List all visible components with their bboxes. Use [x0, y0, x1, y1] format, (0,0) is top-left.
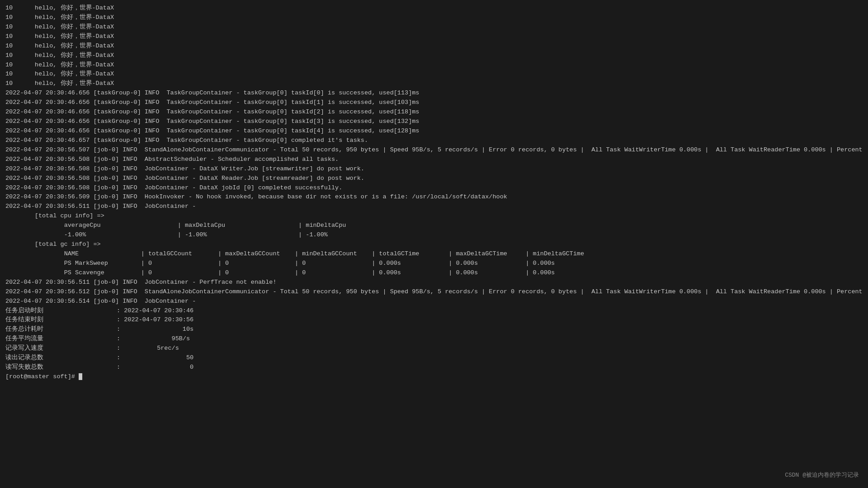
terminal-line: [root@master soft]# — [5, 372, 863, 382]
terminal-line: 2022-04-07 20:30:46.656 [taskGroup-0] IN… — [5, 98, 863, 108]
terminal-cursor — [79, 373, 82, 380]
terminal-line: 10 hello, 你好，世界-DataX — [5, 32, 863, 42]
terminal-line: 2022-04-07 20:30:56.507 [job-0] INFO Sta… — [5, 145, 863, 155]
terminal-line: averageCpu | maxDeltaCpu | minDeltaCpu — [5, 221, 863, 230]
terminal-line: 10 hello, 你好，世界-DataX — [5, 61, 863, 70]
terminal-line: 记录写入速度 : 5rec/s — [5, 344, 863, 353]
terminal-line: 任务启动时刻 : 2022-04-07 20:30:46 — [5, 306, 863, 316]
terminal-line: 读出记录总数 : 50 — [5, 353, 863, 363]
terminal-line: 10 hello, 你好，世界-DataX — [5, 51, 863, 61]
terminal-line: 2022-04-07 20:30:46.656 [taskGroup-0] IN… — [5, 117, 863, 127]
watermark: CSDN @被迫内卷的学习记录 — [785, 471, 859, 480]
terminal-line: 2022-04-07 20:30:56.511 [job-0] INFO Job… — [5, 278, 863, 287]
terminal-line: 2022-04-07 20:30:46.656 [taskGroup-0] IN… — [5, 89, 863, 98]
terminal-line: 任务结束时刻 : 2022-04-07 20:30:56 — [5, 315, 863, 325]
terminal-line: 2022-04-07 20:30:56.514 [job-0] INFO Job… — [5, 297, 863, 306]
terminal-window: 10 hello, 你好，世界-DataX 10 hello, 你好，世界-Da… — [5, 4, 863, 484]
terminal-line: 2022-04-07 20:30:56.508 [job-0] INFO Job… — [5, 164, 863, 174]
terminal-line: 10 hello, 你好，世界-DataX — [5, 13, 863, 23]
terminal-line: 2022-04-07 20:30:56.511 [job-0] INFO Job… — [5, 202, 863, 211]
terminal-line: 10 hello, 你好，世界-DataX — [5, 23, 863, 32]
terminal-line: PS MarkSweep | 0 | 0 | 0 | 0.000s | 0.00… — [5, 259, 863, 268]
terminal-line: 2022-04-07 20:30:56.508 [job-0] INFO Abs… — [5, 155, 863, 164]
terminal-output: 10 hello, 你好，世界-DataX 10 hello, 你好，世界-Da… — [5, 4, 863, 382]
terminal-line: [total gc info] => — [5, 240, 863, 249]
terminal-line: 2022-04-07 20:30:56.509 [job-0] INFO Hoo… — [5, 192, 863, 202]
terminal-line: PS Scavenge | 0 | 0 | 0 | 0.000s | 0.000… — [5, 268, 863, 278]
terminal-line: -1.00% | -1.00% | -1.00% — [5, 230, 863, 240]
terminal-line: 任务平均流量 : 95B/s — [5, 334, 863, 344]
terminal-line: 10 hello, 你好，世界-DataX — [5, 70, 863, 79]
terminal-line: 任务总计耗时 : 10s — [5, 325, 863, 334]
terminal-line: 2022-04-07 20:30:56.508 [job-0] INFO Job… — [5, 174, 863, 183]
terminal-line: [total cpu info] => — [5, 211, 863, 221]
terminal-line: 2022-04-07 20:30:56.508 [job-0] INFO Job… — [5, 183, 863, 193]
terminal-line: 2022-04-07 20:30:46.657 [taskGroup-0] IN… — [5, 136, 863, 145]
terminal-line: 2022-04-07 20:30:56.512 [job-0] INFO Sta… — [5, 287, 863, 297]
terminal-line: 10 hello, 你好，世界-DataX — [5, 42, 863, 51]
terminal-line: 2022-04-07 20:30:46.656 [taskGroup-0] IN… — [5, 108, 863, 117]
terminal-line: 2022-04-07 20:30:46.656 [taskGroup-0] IN… — [5, 127, 863, 136]
terminal-line: NAME | totalGCCount | maxDeltaGCCount | … — [5, 249, 863, 259]
terminal-line: 10 hello, 你好，世界-DataX — [5, 79, 863, 89]
terminal-line: 读写失败总数 : 0 — [5, 363, 863, 372]
terminal-line: 10 hello, 你好，世界-DataX — [5, 4, 863, 13]
